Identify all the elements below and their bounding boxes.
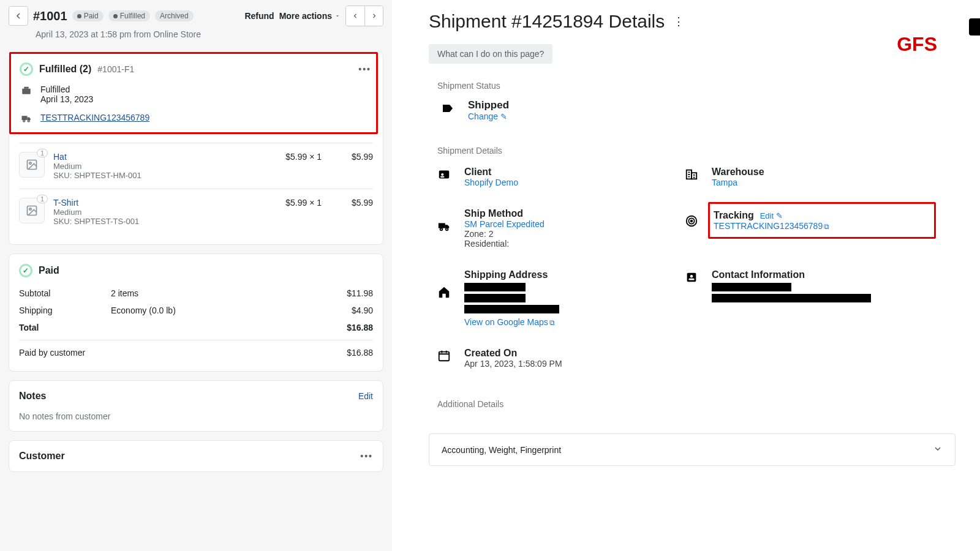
- status-section-label: Shipment Status: [437, 81, 956, 91]
- status-value: Shipped: [468, 99, 509, 111]
- shipment-menu-button[interactable]: ⋮: [673, 15, 684, 28]
- refund-button[interactable]: Refund: [244, 11, 274, 21]
- archived-badge: Archived: [155, 10, 194, 21]
- fulfilled-highlight-box: ✓ Fulfilled (2) #1001-F1 ••• Fulfilled A…: [9, 52, 378, 134]
- tracking-link[interactable]: TESTTRACKING123456789: [40, 113, 149, 122]
- total-amount: $16.88: [318, 323, 373, 332]
- item-sku: SKU: SHPTEST-HM-001: [53, 171, 258, 180]
- client-icon: [437, 167, 464, 184]
- help-button[interactable]: What can I do on this page?: [429, 44, 552, 64]
- warehouse-link[interactable]: Tampa: [712, 178, 932, 187]
- tracking-number-link[interactable]: TESTTRACKING123456789⧉: [714, 221, 829, 231]
- line-item: 1 Hat Medium SKU: SHPTEST-HM-001 $5.99 ×…: [19, 143, 373, 189]
- item-price-qty: $5.99 × 1: [266, 152, 322, 162]
- svg-point-10: [441, 173, 443, 176]
- shipment-title: Shipment #14251894 Details: [429, 11, 665, 32]
- change-status-link[interactable]: Change✎: [468, 111, 507, 121]
- gfs-shipment-pane: Shipment #14251894 Details ⋮ GFS What ca…: [392, 0, 980, 551]
- item-thumb: 1: [19, 152, 45, 178]
- warehouse-title: Warehouse: [712, 167, 932, 178]
- total-label: Total: [19, 323, 111, 332]
- item-name[interactable]: Hat: [53, 152, 258, 162]
- redacted-bar: [712, 283, 791, 291]
- more-actions-button[interactable]: More actions: [279, 11, 341, 21]
- back-button[interactable]: [9, 6, 28, 26]
- shipping-label: Shipping: [19, 305, 111, 315]
- fulfilled-ref: #1001-F1: [97, 64, 134, 74]
- order-header: #1001 Paid Fulfilled Archived Refund Mor…: [0, 0, 392, 43]
- svg-point-4: [28, 120, 29, 122]
- ship-method-link[interactable]: SM Parcel Expedited: [464, 219, 685, 229]
- order-pager: [345, 6, 383, 26]
- prev-order-button[interactable]: [346, 6, 364, 26]
- address-title: Shipping Address: [464, 269, 685, 280]
- notes-edit-button[interactable]: Edit: [358, 391, 373, 401]
- next-order-button[interactable]: [364, 6, 383, 26]
- fulfilled-card: ✓ Fulfilled (2) #1001-F1 ••• Fulfilled A…: [9, 51, 383, 245]
- package-icon: [20, 84, 33, 96]
- paid-by-label: Paid by customer: [19, 348, 318, 358]
- pencil-icon: ✎: [776, 211, 783, 220]
- warehouse-icon: [685, 167, 712, 184]
- subtotal-items: 2 items: [111, 288, 318, 298]
- svg-rect-11: [440, 176, 444, 178]
- svg-point-19: [691, 220, 693, 222]
- tracking-highlight-box: Tracking Edit✎ TESTTRACKING123456789⧉: [708, 202, 936, 239]
- shipping-amount: $4.90: [318, 305, 373, 315]
- check-icon: ✓: [19, 264, 32, 277]
- ship-method-icon: [437, 208, 464, 236]
- external-link-icon: ⧉: [824, 222, 829, 231]
- subtotal-label: Subtotal: [19, 288, 111, 298]
- line-item: 1 T-Shirt Medium SKU: SHPTEST-TS-001 $5.…: [19, 189, 373, 234]
- customer-title: Customer: [19, 451, 65, 462]
- tracking-edit-link[interactable]: Edit✎: [760, 211, 783, 220]
- item-qty-badge: 1: [37, 149, 48, 157]
- customer-card: Customer •••: [9, 440, 383, 472]
- additional-section-label: Additional Details: [437, 399, 956, 409]
- svg-point-16: [446, 228, 448, 231]
- notes-empty-text: No notes from customer: [19, 411, 373, 421]
- redacted-bar: [464, 305, 559, 313]
- tracking-title: Tracking: [714, 210, 754, 220]
- svg-rect-2: [22, 116, 28, 120]
- notes-card: Notes Edit No notes from customer: [9, 380, 383, 432]
- svg-point-21: [690, 275, 693, 278]
- additional-accordion[interactable]: Accounting, Weight, Fingerprint: [429, 433, 956, 466]
- contact-icon: [685, 269, 712, 287]
- order-id: #1001: [33, 9, 67, 23]
- ship-method-residential: Residential:: [464, 239, 685, 249]
- maps-link[interactable]: View on Google Maps⧉: [464, 317, 555, 327]
- item-price-qty: $5.99 × 1: [266, 198, 322, 208]
- ship-method-zone: Zone: 2: [464, 229, 685, 239]
- svg-rect-13: [692, 173, 696, 179]
- client-title: Client: [464, 167, 685, 178]
- chevron-down-icon: [933, 444, 943, 455]
- svg-rect-0: [22, 89, 31, 94]
- svg-rect-23: [439, 352, 450, 361]
- svg-point-6: [29, 162, 31, 164]
- redacted-bar: [464, 283, 526, 291]
- truck-icon: [20, 113, 33, 124]
- paid-card: ✓ Paid Subtotal2 items$11.98 ShippingEco…: [9, 253, 383, 372]
- external-link-icon: ⧉: [549, 318, 555, 327]
- fulfilled-menu-button[interactable]: •••: [358, 64, 371, 74]
- gfs-brand-label: GFS: [897, 33, 937, 56]
- item-variant: Medium: [53, 162, 258, 171]
- svg-rect-1: [24, 87, 29, 89]
- item-sku: SKU: SHPTEST-TS-001: [53, 217, 258, 226]
- notes-title: Notes: [19, 391, 46, 402]
- fulfilled-status: Fulfilled: [40, 84, 93, 94]
- customer-menu-button[interactable]: •••: [360, 451, 373, 461]
- client-link[interactable]: Shopify Demo: [464, 178, 685, 187]
- fulfilled-date: April 13, 2023: [40, 94, 93, 104]
- item-line-total: $5.99: [330, 152, 373, 162]
- home-icon: [437, 269, 464, 302]
- contact-title: Contact Information: [712, 269, 932, 280]
- redacted-bar: [464, 294, 526, 302]
- fulfilled-title: Fulfilled (2): [39, 64, 91, 75]
- item-thumb: 1: [19, 198, 45, 223]
- ship-method-title: Ship Method: [464, 208, 685, 219]
- side-tab[interactable]: [969, 18, 980, 36]
- created-value: Apr 13, 2023, 1:58:09 PM: [464, 359, 685, 369]
- item-name[interactable]: T-Shirt: [53, 198, 258, 208]
